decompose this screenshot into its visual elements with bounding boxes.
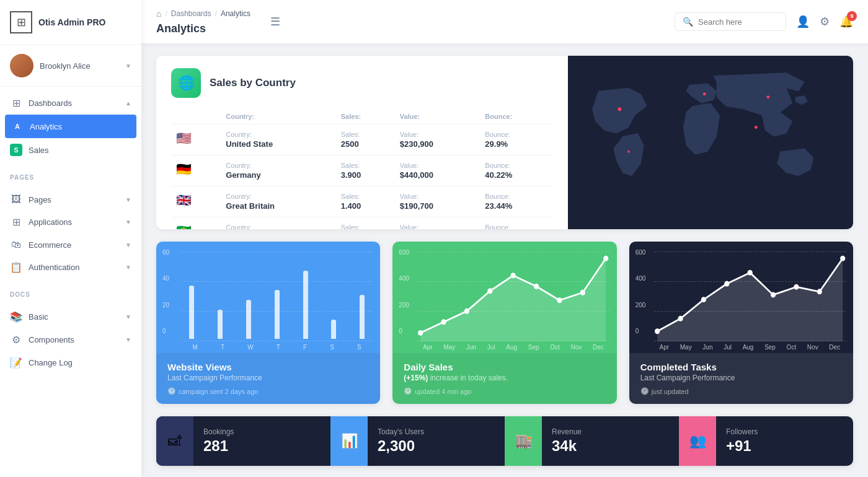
stat-icon: 👥 [689,433,706,449]
components-nav-label: Components [29,335,119,344]
svg-point-10 [534,284,539,289]
bounce-cell: Bounce: 40.22% [480,155,553,186]
svg-point-22 [840,256,845,261]
bar-group [238,252,259,339]
country-table: Country: Sales: Value: Bounce: 🇺🇸 Countr… [171,110,553,229]
analytics-label: Analytics [30,122,130,131]
nav-item-changelog[interactable]: 📝 Change Log [0,351,141,374]
completed-tasks-title: Completed Tasks [640,362,842,372]
breadcrumb: ⌂ / Dashboards / Analytics Analytics [156,9,250,35]
applications-chevron-icon: ▼ [125,219,131,225]
flag-cell: 🇬🇧 [171,186,221,217]
ecommerce-icon: 🛍 [10,239,22,250]
completed-tasks-subtitle: Last Campaign Performance [640,374,842,382]
nav-item-sales[interactable]: S Sales [0,138,141,162]
nav-item-ecommerce[interactable]: 🛍 Ecommerce ▼ [0,234,141,256]
sales-cell: Sales: 3.900 [336,155,395,186]
bar-group [267,252,288,339]
daily-sales-card: 600 400 200 0 [392,242,616,404]
chart-row: 60 40 20 0 [156,242,853,404]
app-title: Otis Admin PRO [38,17,105,27]
value-cell: Value: $190,700 [395,186,480,217]
settings-icon[interactable]: ⚙ [820,15,830,28]
header-icons: 👤 ⚙ 🔔 9 [796,15,853,28]
daily-sales-x-labels: AprMayJun JulAugSep OctNovDec [417,341,609,353]
nav-item-dashboards[interactable]: ⊞ Dashboards ▲ [0,92,141,115]
svg-point-7 [464,309,469,314]
sidebar-user[interactable]: Brooklyn Alice ▼ [0,45,141,87]
stat-item: Bookings 281 [193,420,330,462]
search-input[interactable] [698,17,778,27]
website-views-chart-inner [181,252,373,341]
pages-section-label: PAGES [0,167,141,183]
value-cell: Value: $440,000 [395,155,480,186]
col-bounce: Bounce: [480,110,553,125]
world-map-svg [574,56,847,229]
svg-point-17 [724,281,729,287]
nav-item-basic[interactable]: 📚 Basic ▼ [0,305,141,328]
svg-point-12 [580,290,585,295]
search-box[interactable]: 🔍 [675,12,786,31]
breadcrumb-analytics: Analytics [221,9,250,18]
stat-icon-wrap: 🛋 [156,416,193,466]
nav-item-applications[interactable]: ⊞ Applications ▼ [0,211,141,234]
menu-toggle-button[interactable]: ☰ [265,12,285,31]
stat-item: Followers +91 [716,420,853,462]
bar [246,300,251,339]
flag-cell: 🇩🇪 [171,155,221,186]
website-views-title: Website Views [167,362,369,372]
sales-label: Sales [29,146,131,155]
user-icon[interactable]: 👤 [796,15,810,28]
main-area: ⌂ / Dashboards / Analytics Analytics ☰ 🔍… [141,0,868,477]
stat-icon-wrap: 🏬 [505,416,542,466]
components-chevron-icon: ▼ [125,336,131,343]
completed-tasks-chart-inner [654,252,846,341]
country-cell: Country: United State [221,125,336,155]
stat-label: Today's Users [378,427,495,436]
website-views-time: 🕐 campaign sent 2 days ago [167,387,369,395]
notification-icon[interactable]: 🔔 9 [839,15,853,28]
svg-point-4 [627,151,630,153]
svg-point-6 [441,319,446,325]
stat-icon: 🏬 [515,433,532,449]
col-value: Value: [395,110,480,125]
nav-item-authentication[interactable]: 📋 Authentication ▼ [0,256,141,279]
daily-sales-time: 🕐 updated 4 min ago [404,387,605,395]
home-icon: ⌂ [156,9,161,19]
country-cell: Country: Brasil [221,217,336,230]
stat-value: 281 [203,437,321,455]
dashboards-section: ⊞ Dashboards ▲ A Analytics S Sales [0,87,141,167]
bounce-cell: Bounce: 32.14% [480,217,553,230]
basic-chevron-icon: ▼ [125,313,131,320]
user-chevron-icon: ▼ [125,63,131,69]
bar [189,286,194,339]
svg-point-13 [603,256,608,261]
pages-chevron-icon: ▼ [125,196,131,203]
website-views-chart: 60 40 20 0 [156,242,380,353]
nav-item-components[interactable]: ⚙ Components ▼ [0,328,141,351]
svg-point-11 [557,297,562,303]
breadcrumb-sep2: / [215,9,217,18]
pages-icon: 🖼 [10,194,22,205]
docs-nav: 📚 Basic ▼ ⚙ Components ▼ 📝 Change Log [0,300,141,379]
svg-point-19 [771,292,776,297]
sidebar-logo: ⊞ Otis Admin PRO [0,0,141,45]
nav-item-analytics[interactable]: A Analytics [5,115,136,138]
bar-group [352,252,373,339]
applications-nav-label: Applications [29,217,119,227]
svg-point-14 [655,328,660,334]
sidebar: ⊞ Otis Admin PRO Brooklyn Alice ▼ ⊞ Dash… [0,0,141,477]
stat-icon-wrap: 👥 [679,416,716,466]
sales-card-icon: 🌐 [171,68,201,98]
table-row: 🇺🇸 Country: United State Sales: 2500 Val… [171,125,553,155]
svg-point-3 [755,126,758,129]
website-views-y-labels: 60 40 20 0 [162,249,169,335]
bar [360,295,365,339]
website-views-x-labels: M T W T F S S [181,341,373,353]
stat-icon: 🛋 [168,433,182,449]
dashboards-icon: ⊞ [10,97,22,109]
stat-item: Today's Users 2,300 [368,420,505,462]
nav-item-pages[interactable]: 🖼 Pages ▼ [0,188,141,211]
bar [275,290,280,339]
stat-value: 2,300 [378,437,495,455]
